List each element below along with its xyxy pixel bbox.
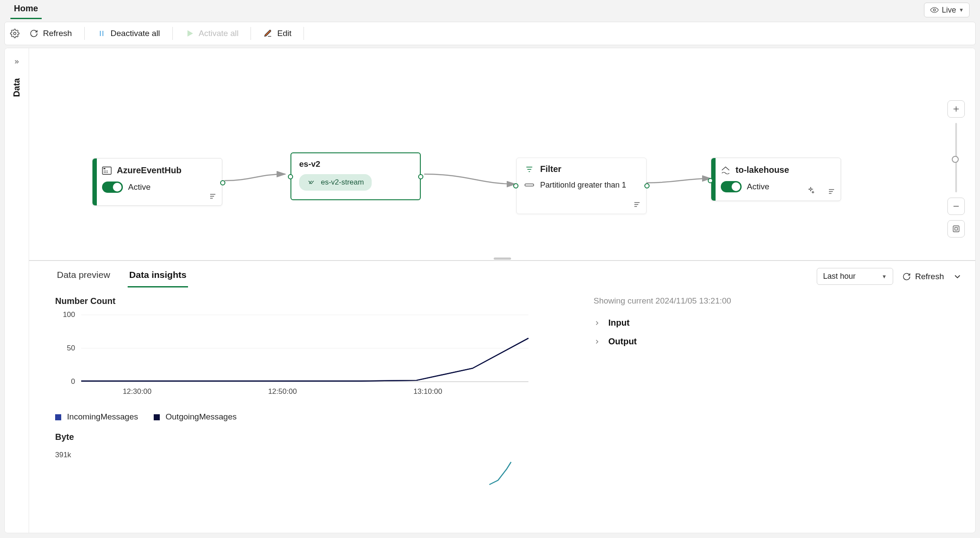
input-port[interactable] bbox=[513, 183, 518, 188]
node-active-toggle[interactable] bbox=[102, 182, 123, 193]
refresh-icon bbox=[29, 29, 39, 38]
node-to-lakehouse[interactable]: to-lakehouse Active bbox=[711, 158, 841, 201]
timestamp-prefix: Showing current bbox=[594, 296, 656, 305]
toolbar-separator bbox=[304, 27, 304, 40]
svg-text:50: 50 bbox=[67, 344, 75, 352]
eventhub-icon bbox=[102, 166, 112, 175]
settings-button[interactable] bbox=[10, 29, 20, 38]
input-port[interactable] bbox=[708, 178, 713, 183]
activate-all-label: Activate all bbox=[199, 29, 239, 38]
condition-icon bbox=[525, 180, 534, 190]
node-title-text: to-lakehouse bbox=[736, 165, 789, 175]
stream-pill[interactable]: es-v2-stream bbox=[299, 174, 372, 191]
refresh-button[interactable]: Refresh bbox=[23, 25, 78, 42]
filter-condition-text: PartitionId greater than 1 bbox=[540, 181, 626, 190]
caret-down-icon: ▼ bbox=[959, 7, 964, 13]
svg-text:12:30:00: 12:30:00 bbox=[123, 387, 152, 396]
sidebar-data-label: Data bbox=[12, 78, 22, 97]
stream-icon bbox=[307, 178, 317, 187]
svg-rect-31 bbox=[953, 226, 959, 232]
chart-number-count: 05010012:30:0012:50:0013:10:00 bbox=[55, 310, 541, 406]
edit-icon bbox=[263, 29, 273, 38]
timestamp-value: 2024/11/05 13:21:00 bbox=[656, 296, 731, 305]
refresh-icon bbox=[902, 272, 911, 281]
svg-rect-19 bbox=[525, 184, 534, 186]
toolbar: Refresh Deactivate all Activate all bbox=[4, 22, 976, 45]
collapse-panel-button[interactable] bbox=[953, 272, 962, 281]
tab-data-insights[interactable]: Data insights bbox=[128, 265, 188, 287]
node-filter[interactable]: Filter PartitionId greater than 1 bbox=[516, 158, 647, 214]
insights-timestamp: Showing current 2024/11/05 13:21:00 bbox=[594, 296, 958, 306]
output-port[interactable] bbox=[418, 174, 423, 179]
pause-icon bbox=[97, 29, 106, 38]
input-port[interactable] bbox=[288, 174, 293, 179]
fit-to-screen-button[interactable] bbox=[947, 220, 965, 238]
svg-text:100: 100 bbox=[63, 310, 75, 319]
output-port[interactable] bbox=[644, 183, 650, 188]
svg-marker-4 bbox=[188, 31, 192, 36]
legend-swatch-icon bbox=[55, 414, 61, 420]
live-mode-label: Live bbox=[942, 6, 956, 15]
chevron-right-icon bbox=[594, 320, 601, 327]
node-azureeventhub[interactable]: AzureEventHub Active bbox=[92, 158, 222, 206]
byte-ytick: 391k bbox=[55, 451, 541, 459]
live-mode-dropdown[interactable]: Live ▼ bbox=[924, 3, 970, 17]
node-menu-button[interactable] bbox=[209, 192, 217, 200]
bottom-refresh-label: Refresh bbox=[915, 272, 944, 281]
panel-resize-handle[interactable] bbox=[29, 257, 975, 260]
deactivate-all-button[interactable]: Deactivate all bbox=[91, 25, 166, 42]
ribbon-tab-home[interactable]: Home bbox=[10, 0, 42, 19]
node-es-v2[interactable]: es-v2 es-v2-stream bbox=[290, 152, 421, 200]
svg-text:12:50:00: 12:50:00 bbox=[268, 387, 297, 396]
refresh-label: Refresh bbox=[43, 29, 72, 38]
node-menu-button[interactable] bbox=[633, 201, 641, 208]
legend-outgoing-label: OutgoingMessages bbox=[165, 412, 237, 421]
stream-pill-label: es-v2-stream bbox=[321, 178, 364, 187]
svg-text:0: 0 bbox=[71, 377, 75, 386]
expand-sidebar-button[interactable]: » bbox=[14, 57, 19, 66]
svg-text:13:10:00: 13:10:00 bbox=[413, 387, 442, 396]
play-icon bbox=[185, 29, 195, 38]
edit-label: Edit bbox=[277, 29, 291, 38]
node-status-text: Active bbox=[747, 182, 769, 191]
bottom-refresh-button[interactable]: Refresh bbox=[902, 272, 944, 281]
svg-rect-32 bbox=[955, 228, 957, 230]
svg-rect-5 bbox=[102, 167, 111, 174]
tab-data-preview[interactable]: Data preview bbox=[55, 265, 112, 287]
legend-swatch-icon bbox=[154, 414, 160, 420]
chevron-right-icon bbox=[594, 338, 601, 345]
svg-rect-6 bbox=[103, 168, 105, 169]
node-title-text: Filter bbox=[540, 164, 561, 174]
node-title-text: es-v2 bbox=[299, 159, 412, 169]
eye-icon bbox=[930, 5, 939, 15]
output-port[interactable] bbox=[220, 180, 225, 185]
svg-point-7 bbox=[104, 170, 105, 171]
node-menu-button[interactable] bbox=[828, 188, 835, 195]
left-sidebar: » Data bbox=[5, 48, 29, 533]
node-title-text: AzureEventHub bbox=[117, 165, 181, 175]
chevron-down-icon: ▼ bbox=[882, 274, 887, 280]
svg-point-12 bbox=[107, 172, 108, 173]
edit-button[interactable]: Edit bbox=[257, 25, 297, 42]
svg-point-1 bbox=[13, 32, 16, 35]
legend-outgoing: OutgoingMessages bbox=[154, 412, 237, 422]
svg-point-11 bbox=[107, 170, 108, 171]
activate-all-button: Activate all bbox=[179, 25, 245, 42]
input-section-label: Input bbox=[608, 318, 630, 328]
legend-incoming-label: IncomingMessages bbox=[67, 412, 138, 421]
zoom-slider[interactable] bbox=[955, 123, 957, 192]
zoom-in-button[interactable] bbox=[947, 100, 965, 118]
toolbar-separator bbox=[172, 27, 173, 40]
flow-canvas[interactable] bbox=[29, 48, 975, 257]
expand-input-section[interactable]: Input bbox=[594, 314, 958, 332]
node-status-text: Active bbox=[128, 182, 151, 192]
svg-point-9 bbox=[104, 172, 105, 173]
svg-point-10 bbox=[105, 172, 106, 173]
zoom-slider-thumb[interactable] bbox=[952, 156, 959, 163]
timerange-dropdown[interactable]: Last hour ▼ bbox=[817, 268, 894, 285]
sparkle-icon[interactable] bbox=[807, 187, 815, 195]
node-active-toggle[interactable] bbox=[721, 181, 742, 192]
zoom-out-button[interactable] bbox=[947, 198, 965, 215]
expand-output-section[interactable]: Output bbox=[594, 332, 958, 351]
chart-title-byte: Byte bbox=[55, 432, 541, 442]
